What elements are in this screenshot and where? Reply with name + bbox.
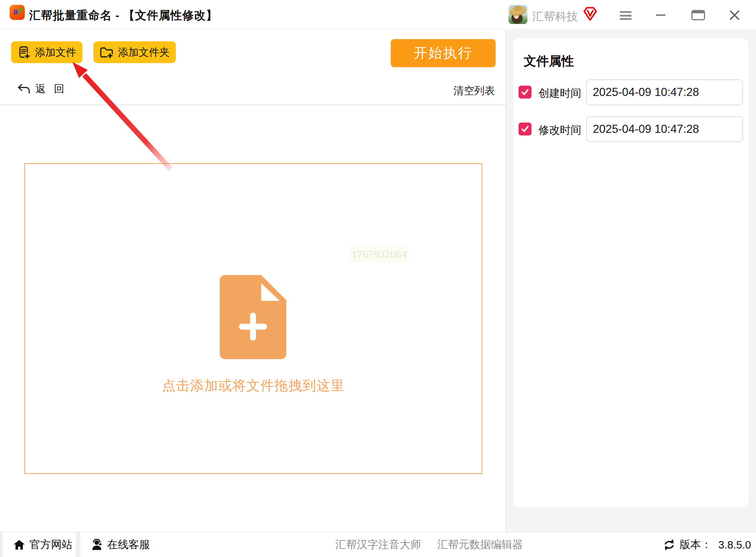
created-time-checkbox[interactable] bbox=[519, 86, 531, 99]
vip-badge-icon[interactable] bbox=[583, 6, 598, 21]
official-website-link[interactable]: 官方网站 bbox=[13, 532, 72, 557]
footer-separator bbox=[0, 532, 3, 557]
modified-time-checkbox[interactable] bbox=[519, 123, 531, 135]
maximize-button[interactable] bbox=[691, 10, 705, 20]
app-logo-icon: a bbox=[10, 5, 25, 20]
user-avatar[interactable] bbox=[509, 5, 527, 24]
official-website-label: 官方网站 bbox=[30, 537, 72, 552]
app-window: a 汇帮批量重命名 - 【文件属性修改】 汇帮科技 bbox=[0, 0, 756, 557]
properties-panel: 文件属性 创建时间 修改时间 bbox=[506, 30, 756, 532]
menu-bar bbox=[620, 18, 632, 20]
footer-bar: 官方网站 在线客服 汇帮汉字注音大师 汇帮元数据编辑器 版本： bbox=[0, 532, 756, 557]
watermark: 1767932064 bbox=[350, 247, 409, 262]
modified-time-input[interactable] bbox=[586, 116, 743, 142]
app-logo-letter: a bbox=[13, 7, 18, 17]
metadata-editor-label: 汇帮元数据编辑器 bbox=[437, 537, 523, 552]
add-folder-label: 添加文件夹 bbox=[118, 45, 170, 59]
toolbar-divider bbox=[0, 104, 506, 105]
version-info: 版本： 3.8.5.0 bbox=[663, 532, 751, 557]
minimize-icon bbox=[656, 14, 666, 16]
window-title: 汇帮批量重命名 - 【文件属性修改】 bbox=[29, 8, 218, 23]
attribute-row-created: 创建时间 bbox=[513, 79, 749, 105]
version-value: 3.8.5.0 bbox=[718, 539, 751, 551]
title-bar: a 汇帮批量重命名 - 【文件属性修改】 汇帮科技 bbox=[0, 0, 756, 29]
online-service-label: 在线客服 bbox=[107, 537, 150, 552]
avatar-hat-top bbox=[514, 6, 522, 11]
back-arrow-icon bbox=[17, 83, 30, 94]
clear-list-button[interactable]: 清空列表 bbox=[454, 84, 495, 98]
add-folder-icon bbox=[100, 46, 114, 59]
created-time-input[interactable] bbox=[586, 79, 743, 105]
customer-service-icon bbox=[91, 539, 103, 551]
add-file-icon bbox=[17, 46, 31, 59]
version-label: 版本： bbox=[680, 537, 712, 552]
update-refresh-icon[interactable] bbox=[663, 539, 675, 551]
modified-time-label: 修改时间 bbox=[538, 123, 581, 138]
back-button[interactable]: 返 回 bbox=[17, 82, 64, 96]
menu-bar bbox=[620, 15, 632, 17]
home-icon bbox=[13, 539, 25, 550]
footer-separator bbox=[76, 532, 81, 557]
menu-button[interactable] bbox=[620, 11, 632, 20]
online-service-link[interactable]: 在线客服 bbox=[91, 532, 150, 557]
brand-name: 汇帮科技 bbox=[532, 9, 578, 24]
drop-zone-hint: 点击添加或将文件拖拽到这里 bbox=[25, 377, 482, 395]
back-label: 返 回 bbox=[35, 82, 64, 96]
checkmark-icon bbox=[521, 125, 529, 133]
minimize-button[interactable] bbox=[655, 11, 667, 20]
pinyin-master-label: 汇帮汉字注音大师 bbox=[335, 537, 421, 552]
app-logo-arrow-icon bbox=[18, 7, 23, 15]
file-plus-icon bbox=[220, 275, 286, 359]
add-file-label: 添加文件 bbox=[35, 45, 76, 59]
close-button[interactable] bbox=[728, 9, 741, 21]
created-time-label: 创建时间 bbox=[538, 86, 581, 101]
main-area: 添加文件 添加文件夹 开始执行 返 回 清空列表 bbox=[0, 30, 506, 532]
properties-title: 文件属性 bbox=[524, 53, 574, 70]
add-file-button[interactable]: 添加文件 bbox=[11, 41, 82, 63]
checkmark-icon bbox=[521, 88, 529, 96]
add-folder-button[interactable]: 添加文件夹 bbox=[93, 41, 176, 63]
metadata-editor-link[interactable]: 汇帮元数据编辑器 bbox=[437, 532, 523, 557]
attribute-row-modified: 修改时间 bbox=[513, 116, 749, 142]
properties-card: 文件属性 创建时间 修改时间 bbox=[513, 38, 749, 507]
start-execute-button[interactable]: 开始执行 bbox=[391, 39, 496, 67]
file-drop-zone[interactable]: 点击添加或将文件拖拽到这里 1767932064 bbox=[24, 163, 482, 474]
pinyin-master-link[interactable]: 汇帮汉字注音大师 bbox=[335, 532, 421, 557]
menu-bar bbox=[620, 11, 632, 13]
